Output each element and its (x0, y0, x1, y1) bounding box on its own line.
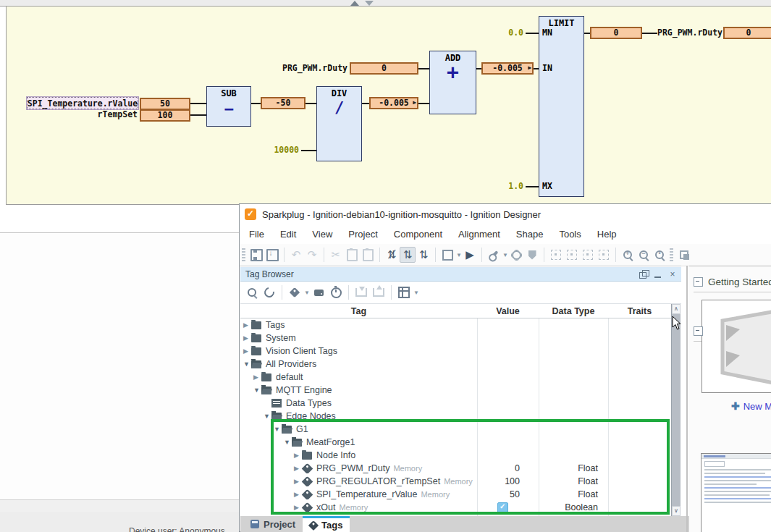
cut-icon[interactable]: ✂ (328, 247, 344, 263)
scroll-down-icon[interactable]: ∨ (672, 506, 681, 516)
chevron-down-icon[interactable]: ▼ (502, 252, 508, 258)
wrench-icon[interactable] (486, 247, 502, 263)
layout-constraint-icon[interactable] (564, 247, 580, 263)
comm-read-icon[interactable]: ⇅ (400, 247, 416, 263)
tree-row-vision-client-tags[interactable]: Vision Client Tags (240, 345, 671, 358)
zoom-out-icon[interactable]: − (636, 247, 652, 263)
zoom-in-icon[interactable]: + (620, 247, 636, 263)
collapse-box-icon[interactable] (694, 326, 703, 336)
column-header-tag[interactable]: Tag (240, 304, 477, 318)
chevron-down-icon[interactable]: ▼ (413, 290, 419, 296)
search-icon[interactable] (243, 284, 261, 300)
fbd-constant-10000[interactable]: 10000 (261, 145, 299, 156)
getting-started-thumbnail[interactable] (702, 300, 771, 393)
paste-special-icon[interactable] (344, 247, 360, 263)
refresh-icon[interactable] (261, 284, 278, 300)
fbd-constant-1-0[interactable]: 1.0 (494, 181, 523, 193)
column-header-traits[interactable]: Traits (608, 304, 671, 318)
close-icon[interactable]: × (668, 270, 677, 279)
tree-row-tags[interactable]: Tags (240, 318, 671, 332)
splitter-down-icon[interactable] (365, 1, 374, 6)
tree-row-default[interactable]: default (240, 371, 671, 384)
fbd-value-box[interactable]: 100 (140, 109, 190, 122)
fbd-value-box[interactable]: -0.005▶ (369, 97, 418, 109)
expand-icon[interactable] (253, 374, 261, 381)
collapse-icon[interactable] (243, 361, 251, 368)
float-panel-icon[interactable] (639, 270, 648, 279)
menu-file[interactable]: File (241, 226, 272, 242)
layout-constraint-icon[interactable] (580, 247, 596, 263)
menu-edit[interactable]: Edit (272, 226, 304, 242)
window-titlebar[interactable]: Sparkplug - Ignition-debian10-ignition-m… (240, 204, 771, 224)
fbd-variable-rtempset[interactable]: rTempSet (72, 109, 138, 121)
fbd-value-box[interactable]: -0.005▶ (481, 62, 534, 75)
menu-alignment[interactable]: Alignment (450, 226, 508, 242)
layout-constraint-icon[interactable] (596, 247, 612, 263)
fbd-value-box[interactable]: 0 (590, 27, 642, 39)
splitter-strip[interactable] (0, 0, 771, 7)
menu-shape[interactable]: Shape (508, 226, 552, 242)
menu-component[interactable]: Component (386, 226, 450, 242)
expand-icon[interactable] (243, 322, 251, 329)
toolbar-grip[interactable] (670, 248, 673, 261)
chevron-down-icon[interactable]: ▼ (304, 290, 310, 296)
chevron-down-icon[interactable]: ▼ (456, 252, 462, 258)
shape-tool-icon[interactable] (439, 247, 455, 263)
tree-row-system[interactable]: System (240, 332, 671, 345)
export-icon[interactable] (370, 284, 387, 300)
timer-icon[interactable] (327, 284, 345, 300)
fbd-variable-spi-temperature[interactable]: SPI_Temperature.rValue (27, 97, 138, 109)
grid-icon[interactable] (395, 284, 413, 300)
recently-modified-thumbnail[interactable] (701, 453, 771, 532)
tab-tags[interactable]: Tags (303, 516, 350, 532)
collapse-box-icon[interactable] (694, 277, 703, 287)
comm-read-write-icon[interactable]: ⇅ (416, 247, 431, 263)
paste-icon[interactable] (360, 247, 376, 263)
minimize-icon[interactable] (654, 270, 662, 279)
splitter-up-icon[interactable] (350, 1, 359, 6)
column-header-value[interactable]: Value (477, 304, 539, 318)
fbd-block-div[interactable]: DIV / (316, 86, 362, 161)
menu-tools[interactable]: Tools (551, 226, 589, 242)
panel-divider[interactable] (686, 266, 688, 532)
expand-icon[interactable] (243, 348, 251, 355)
menu-project[interactable]: Project (340, 226, 385, 242)
expand-icon[interactable] (243, 335, 251, 342)
fbd-block-sub[interactable]: SUB − (206, 86, 251, 127)
import-icon[interactable] (353, 284, 370, 300)
zoom-actual-icon[interactable]: • (652, 247, 667, 263)
fbd-block-add[interactable]: ADD + (429, 51, 476, 114)
save-commit-icon[interactable] (264, 247, 280, 263)
tree-row-data-types[interactable]: Data Types (240, 397, 671, 410)
shield-icon[interactable] (524, 247, 540, 263)
fbd-block-limit[interactable]: LIMIT MN IN MX (539, 16, 584, 197)
undo-icon[interactable]: ↶ (288, 247, 304, 263)
layout-constraint-icon[interactable] (548, 247, 564, 263)
add-tag-icon[interactable] (286, 284, 303, 300)
fbd-variable-prg-pwm-rduty-out[interactable]: PRG_PWM.rDuty (657, 28, 724, 39)
fbd-variable-prg-pwm-rduty[interactable]: PRG_PWM.rDuty (268, 63, 347, 75)
fbd-value-box[interactable]: -50 (261, 97, 306, 109)
toolbar-grip[interactable] (242, 248, 245, 261)
tree-row-all-providers[interactable]: All Providers (240, 358, 671, 371)
fbd-value-box[interactable]: 0 (723, 27, 771, 39)
overlap-squares-icon[interactable] (676, 247, 692, 263)
scroll-up-icon[interactable]: ∧ (672, 304, 681, 314)
server-icon[interactable] (310, 284, 327, 300)
column-header-datatype[interactable]: Data Type (539, 304, 608, 318)
tree-row-mqtt-engine[interactable]: MQTT Engine (240, 384, 671, 397)
comm-off-icon[interactable]: ⇅̸ (384, 247, 400, 263)
menu-help[interactable]: Help (589, 226, 625, 242)
preview-play-icon[interactable]: ▶ (462, 247, 478, 263)
redo-icon[interactable]: ↷ (304, 247, 320, 263)
fbd-value-box[interactable]: 50 (140, 98, 190, 110)
new-main-window-link[interactable]: ✚ New M (731, 400, 771, 412)
tab-project[interactable]: Project (243, 516, 303, 532)
tag-browser-titlebar[interactable]: Tag Browser × (240, 267, 681, 282)
collapse-icon[interactable] (253, 387, 261, 394)
menu-view[interactable]: View (304, 226, 340, 242)
save-icon[interactable] (248, 247, 264, 263)
fbd-constant-0-0[interactable]: 0.0 (494, 28, 523, 39)
gear-icon[interactable] (508, 247, 524, 263)
vertical-scrollbar[interactable]: ∧ ∨ (671, 304, 681, 516)
